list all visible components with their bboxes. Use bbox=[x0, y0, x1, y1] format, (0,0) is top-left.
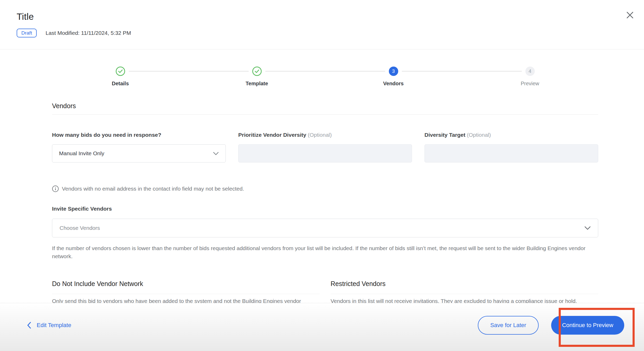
last-modified-text: Last Modified: 11/11/2024, 5:32 PM bbox=[46, 30, 131, 36]
status-badge: Draft bbox=[17, 29, 37, 37]
step-template-label: Template bbox=[246, 81, 268, 87]
invite-specific-vendors-label: Invite Specific Vendors bbox=[52, 206, 598, 212]
diversity-target-label: Diversity Target (Optional) bbox=[424, 132, 598, 138]
section-divider bbox=[52, 114, 598, 115]
diversity-target-input bbox=[424, 144, 598, 162]
chevron-left-icon bbox=[27, 322, 31, 329]
main-content: Details Template 3 Vendors 4 Preview bbox=[0, 49, 644, 303]
vendor-count-helper-text: If the number of vendors chosen is lower… bbox=[52, 244, 598, 260]
wizard-footer: Edit Template Save for Later Continue to… bbox=[0, 303, 644, 351]
do-not-include-section: Do Not Include Vendor Network Only send … bbox=[52, 280, 320, 303]
step-preview-circle: 4 bbox=[525, 67, 535, 76]
page-title: Title bbox=[17, 11, 627, 22]
column-divider bbox=[331, 294, 598, 294]
modal-header: Title Draft Last Modified: 11/11/2024, 5… bbox=[0, 0, 644, 49]
bid-wizard-modal: Title Draft Last Modified: 11/11/2024, 5… bbox=[0, 0, 644, 351]
restricted-vendors-section: Restricted Vendors Vendors in this list … bbox=[331, 280, 598, 303]
do-not-include-title: Do Not Include Vendor Network bbox=[52, 280, 320, 288]
edit-template-link[interactable]: Edit Template bbox=[27, 322, 71, 329]
diversity-target-label-text: Diversity Target bbox=[424, 132, 465, 138]
email-info-note: Vendors with no email address in the con… bbox=[52, 185, 598, 192]
check-icon bbox=[118, 69, 123, 73]
step-preview[interactable]: 4 Preview bbox=[462, 67, 598, 87]
bids-question-field: How many bids do you need in response? M… bbox=[52, 132, 226, 162]
prioritize-diversity-label-text: Prioritize Vendor Diversity bbox=[238, 132, 306, 138]
do-not-include-note: Only send this bid to vendors who have b… bbox=[52, 297, 320, 303]
optional-tag: (Optional) bbox=[308, 132, 332, 138]
diversity-target-field: Diversity Target (Optional) bbox=[424, 132, 598, 162]
prioritize-diversity-field: Prioritize Vendor Diversity (Optional) bbox=[238, 132, 412, 162]
bids-needed-select[interactable]: Manual Invite Only bbox=[52, 144, 226, 162]
step-details[interactable]: Details bbox=[52, 67, 189, 87]
restricted-vendors-note: Vendors in this list will not receive in… bbox=[331, 297, 598, 303]
save-for-later-button[interactable]: Save for Later bbox=[478, 316, 539, 335]
choose-vendors-placeholder: Choose Vendors bbox=[60, 225, 100, 231]
vendors-section-title: Vendors bbox=[52, 102, 598, 110]
close-icon bbox=[626, 11, 634, 19]
email-info-text: Vendors with no email address in the con… bbox=[62, 186, 244, 192]
header-meta: Draft Last Modified: 11/11/2024, 5:32 PM bbox=[17, 29, 627, 37]
info-icon bbox=[52, 185, 59, 192]
step-template-circle bbox=[252, 67, 262, 76]
optional-tag: (Optional) bbox=[467, 132, 491, 138]
step-details-circle bbox=[116, 67, 125, 76]
close-button[interactable] bbox=[624, 9, 636, 21]
prioritize-diversity-input bbox=[238, 144, 412, 162]
step-details-label: Details bbox=[112, 81, 129, 87]
column-divider bbox=[52, 294, 320, 294]
check-icon bbox=[255, 69, 259, 73]
step-vendors-label: Vendors bbox=[383, 81, 404, 87]
bids-question-label: How many bids do you need in response? bbox=[52, 132, 226, 138]
vendor-network-sections: Do Not Include Vendor Network Only send … bbox=[52, 280, 598, 303]
bids-needed-value: Manual Invite Only bbox=[59, 150, 104, 157]
wizard-stepper: Details Template 3 Vendors 4 Preview bbox=[0, 49, 644, 87]
step-vendors[interactable]: 3 Vendors bbox=[325, 67, 462, 87]
continue-to-preview-button[interactable]: Continue to Preview bbox=[551, 316, 624, 335]
chevron-down-icon bbox=[213, 152, 219, 155]
chevron-down-icon bbox=[584, 226, 591, 230]
edit-template-label: Edit Template bbox=[37, 322, 71, 329]
step-vendors-circle: 3 bbox=[389, 67, 398, 76]
bids-form-row: How many bids do you need in response? M… bbox=[52, 132, 598, 162]
choose-vendors-select[interactable]: Choose Vendors bbox=[52, 219, 598, 237]
step-template[interactable]: Template bbox=[189, 67, 325, 87]
restricted-vendors-title: Restricted Vendors bbox=[331, 280, 598, 288]
step-preview-label: Preview bbox=[521, 81, 539, 87]
prioritize-diversity-label: Prioritize Vendor Diversity (Optional) bbox=[238, 132, 412, 138]
